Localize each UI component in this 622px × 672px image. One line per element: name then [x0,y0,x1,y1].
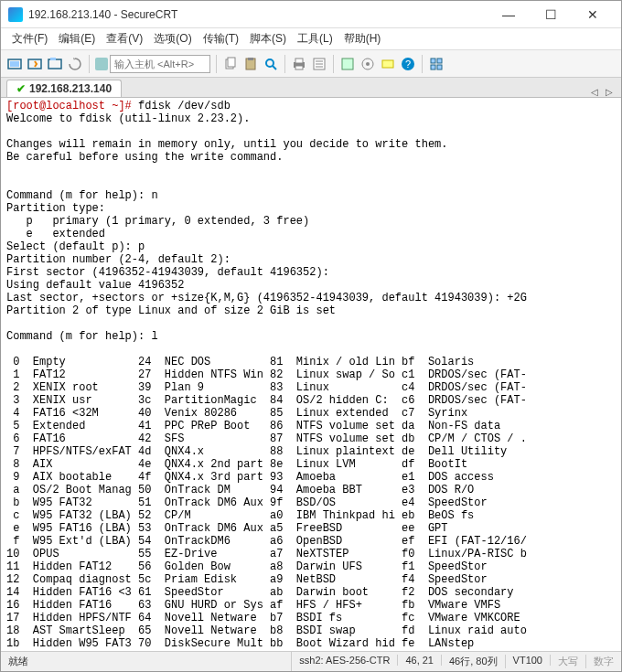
tabbar: ✔ 192.168.213.140 ◁ ▷ [1,78,621,98]
status-num: 数字 [586,655,621,668]
titlebar: 192.168.213.140 - SecureCRT — ☐ ✕ [1,1,621,28]
toolbar: ? [1,50,621,78]
tab-label: 192.168.213.140 [29,82,112,95]
toolbar-separator [216,55,217,73]
menu-view[interactable]: 查看(V) [101,29,148,48]
tab-session[interactable]: ✔ 192.168.213.140 [6,80,122,97]
connected-icon: ✔ [16,82,26,95]
maximize-button[interactable]: ☐ [530,2,572,27]
app-icon [8,7,23,22]
close-button[interactable]: ✕ [572,2,614,27]
host-icon [95,58,108,70]
svg-rect-26 [431,65,435,69]
menu-script[interactable]: 脚本(S) [244,29,292,48]
print-icon[interactable] [291,56,307,72]
connect-icon[interactable] [6,56,23,72]
help-icon[interactable]: ? [400,56,416,72]
svg-rect-2 [28,59,41,69]
statusbar: 就绪 ssh2: AES-256-CTR 46, 21 46行, 80列 VT1… [1,651,621,671]
status-caps: 大写 [551,655,586,668]
menu-edit[interactable]: 编辑(E) [53,29,101,48]
tab-scroll: ◁ ▷ [588,87,616,97]
status-connection: ssh2: AES-256-CTR [292,655,398,666]
svg-rect-24 [431,59,435,63]
host-input[interactable] [110,55,210,73]
toolbar-separator [333,55,334,73]
svg-rect-6 [228,58,235,67]
host-input-wrap [95,55,210,73]
svg-rect-1 [10,61,19,67]
svg-rect-21 [382,60,393,68]
quick-connect-icon[interactable] [27,56,43,72]
tab-scroll-left[interactable]: ◁ [588,87,601,97]
svg-rect-12 [295,59,303,63]
session-options-icon[interactable] [339,56,356,72]
menubar: 文件(F) 编辑(E) 查看(V) 选项(O) 传输(T) 脚本(S) 工具(L… [1,28,621,50]
svg-point-20 [366,62,370,66]
svg-rect-3 [48,59,61,69]
reconnect-icon[interactable] [67,56,83,72]
menu-transfer[interactable]: 传输(T) [198,29,244,48]
terminal[interactable]: [root@localhost ~]# fdisk /dev/sdb Welco… [1,98,621,651]
toolbar-separator [284,55,285,73]
copy-icon[interactable] [222,56,239,72]
menu-help[interactable]: 帮助(H) [338,29,387,48]
status-cursor: 46, 21 [398,655,442,666]
connect-tab-icon[interactable] [47,56,63,72]
titlebar-buttons: — ☐ ✕ [488,2,614,27]
svg-line-10 [273,66,276,69]
paste-icon[interactable] [242,56,259,72]
titlebar-text: 192.168.213.140 - SecureCRT [28,8,488,21]
svg-point-9 [266,59,273,67]
global-options-icon[interactable] [359,56,376,72]
toolbar-separator [89,55,90,73]
tile-icon[interactable] [428,56,445,72]
svg-rect-8 [248,58,253,60]
tab-scroll-right[interactable]: ▷ [603,87,616,97]
find-icon[interactable] [263,56,279,72]
menu-tools[interactable]: 工具(L) [292,29,338,48]
svg-rect-27 [437,65,442,69]
svg-rect-13 [295,66,303,69]
minimize-button[interactable]: — [488,2,530,27]
svg-rect-25 [437,59,442,63]
status-ready: 就绪 [1,652,292,671]
menu-options[interactable]: 选项(O) [148,29,197,48]
properties-icon[interactable] [311,56,327,72]
menu-file[interactable]: 文件(F) [6,29,53,48]
svg-rect-18 [342,59,353,69]
keyword-highlight-icon[interactable] [380,56,396,72]
svg-text:?: ? [405,59,411,69]
status-size: 46行, 80列 [442,655,506,668]
toolbar-separator [422,55,423,73]
status-term: VT100 [506,655,551,666]
app-window: 192.168.213.140 - SecureCRT — ☐ ✕ 文件(F) … [0,0,622,672]
svg-rect-4 [50,58,56,60]
